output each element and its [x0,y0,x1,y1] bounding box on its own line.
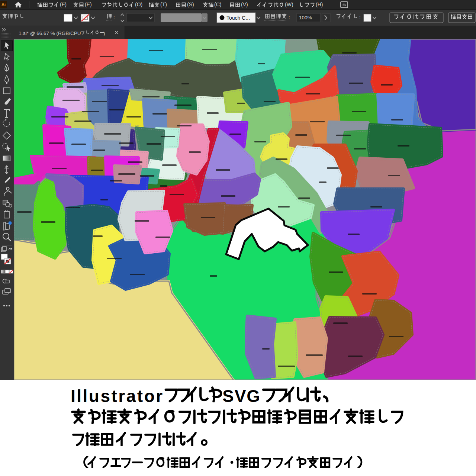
svg-text::: : [113,15,115,20]
svg-text:(C): (C) [214,1,221,7]
svg-text:(V): (V) [241,1,248,7]
svg-text:(H): (H) [316,1,323,7]
svg-text:1.ai* @ 66.67 % (RGB/CPU: 1.ai* @ 66.67 % (RGB/CPU [19,30,81,36]
svg-text:Illustrator: Illustrator [71,386,164,406]
svg-text:Touch C...: Touch C... [226,15,250,21]
svg-text::: : [359,15,361,20]
svg-text:(S): (S) [187,1,194,7]
svg-text:100%: 100% [299,15,312,20]
svg-text:(E): (E) [85,1,92,7]
svg-text:(W): (W) [285,1,293,7]
svg-text:SVG: SVG [222,386,261,406]
svg-text:(O): (O) [135,1,142,7]
svg-text:(T): (T) [160,1,167,7]
svg-text::: : [289,15,290,20]
svg-text:): ) [103,30,105,36]
svg-text:(F): (F) [60,1,67,7]
